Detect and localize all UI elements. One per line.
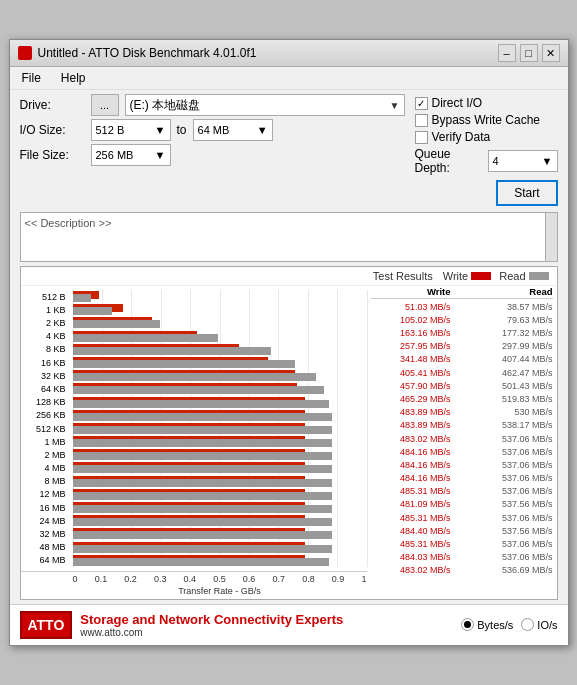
verify-data-checkbox[interactable]	[415, 131, 428, 144]
table-row: 483.89 MB/s530 MB/s	[371, 406, 553, 419]
table-row: 484.03 MB/s537.06 MB/s	[371, 551, 553, 564]
bar-read	[73, 413, 332, 421]
chart-bars	[73, 290, 367, 567]
chart-x-axis-label: Transfer Rate - GB/s	[21, 586, 367, 599]
data-read-value: 79.63 MB/s	[473, 315, 553, 325]
radio-bytes-circle[interactable]	[461, 618, 474, 631]
close-button[interactable]: ✕	[542, 44, 560, 62]
table-row: 405.41 MB/s462.47 MB/s	[371, 366, 553, 379]
data-write-value: 484.03 MB/s	[371, 552, 451, 562]
bar-read	[73, 479, 332, 487]
minimize-button[interactable]: –	[498, 44, 516, 62]
radio-ios[interactable]: IO/s	[521, 618, 557, 631]
read-legend-label: Read	[499, 270, 525, 282]
atto-logo: ATTO	[20, 611, 73, 639]
table-row: 484.40 MB/s537.56 MB/s	[371, 524, 553, 537]
data-read-value: 537.06 MB/s	[473, 539, 553, 549]
chart-row-label: 12 MB	[21, 488, 69, 501]
x-axis-tick: 0	[73, 574, 78, 584]
queue-depth-select[interactable]: 4 ▼	[488, 150, 558, 172]
chart-legend: Write Read	[443, 270, 549, 282]
write-legend-label: Write	[443, 270, 468, 282]
menu-help[interactable]: Help	[57, 69, 90, 87]
radio-bytes[interactable]: Bytes/s	[461, 618, 513, 631]
radio-ios-circle[interactable]	[521, 618, 534, 631]
chart-row-label: 512 KB	[21, 422, 69, 435]
test-results-label: Test Results	[373, 270, 433, 282]
bar-row	[73, 316, 367, 329]
footer-logo: ATTO Storage and Network Connectivity Ex…	[20, 611, 344, 639]
data-read-header: Read	[473, 286, 553, 297]
chart-row-label: 1 MB	[21, 435, 69, 448]
x-axis-tick: 0.4	[184, 574, 197, 584]
start-button[interactable]: Start	[496, 180, 557, 206]
verify-data-label: Verify Data	[432, 130, 491, 144]
data-read-value: 537.06 MB/s	[473, 486, 553, 496]
table-row: 105.02 MB/s79.63 MB/s	[371, 313, 553, 326]
bypass-write-cache-checkbox[interactable]	[415, 114, 428, 127]
menu-bar: File Help	[10, 67, 568, 90]
drive-select[interactable]: (E:) 本地磁盘 ▼	[125, 94, 405, 116]
chart-section: Test Results Write Read 512 B1 KB2 KB4 K…	[20, 266, 558, 600]
table-row: 483.02 MB/s536.69 MB/s	[371, 564, 553, 577]
data-write-header: Write	[371, 286, 451, 297]
menu-file[interactable]: File	[18, 69, 45, 87]
chart-row-label: 8 MB	[21, 475, 69, 488]
io-size-max-arrow: ▼	[257, 124, 268, 136]
description-scrollbar[interactable]	[545, 213, 557, 261]
data-write-value: 485.31 MB/s	[371, 513, 451, 523]
bar-read	[73, 465, 332, 473]
chart-row-label: 48 MB	[21, 541, 69, 554]
direct-io-checkbox[interactable]	[415, 97, 428, 110]
chart-bars-area: 512 B1 KB2 KB4 KB8 KB16 KB32 KB64 KB128 …	[21, 286, 367, 599]
x-axis-tick: 0.3	[154, 574, 167, 584]
data-read-value: 537.06 MB/s	[473, 552, 553, 562]
io-size-max-select[interactable]: 64 MB ▼	[193, 119, 273, 141]
description-area[interactable]: << Description >>	[20, 212, 558, 262]
data-read-value: 297.99 MB/s	[473, 341, 553, 351]
bar-read	[73, 545, 332, 553]
table-row: 51.03 MB/s38.57 MB/s	[371, 300, 553, 313]
window-title: Untitled - ATTO Disk Benchmark 4.01.0f1	[38, 46, 257, 60]
bar-row	[73, 330, 367, 343]
data-write-value: 483.89 MB/s	[371, 407, 451, 417]
data-read-value: 536.69 MB/s	[473, 565, 553, 575]
drive-row: Drive: ... (E:) 本地磁盘 ▼	[20, 94, 405, 116]
io-size-min-select[interactable]: 512 B ▼	[91, 119, 171, 141]
chart-row-label: 8 KB	[21, 343, 69, 356]
io-size-min-arrow: ▼	[155, 124, 166, 136]
table-row: 465.29 MB/s519.83 MB/s	[371, 392, 553, 405]
chart-row-label: 256 KB	[21, 409, 69, 422]
data-write-value: 484.16 MB/s	[371, 460, 451, 470]
chart-row-label: 4 MB	[21, 461, 69, 474]
io-size-min-value: 512 B	[96, 124, 125, 136]
table-row: 485.31 MB/s537.06 MB/s	[371, 485, 553, 498]
file-size-value: 256 MB	[96, 149, 134, 161]
bar-read	[73, 307, 113, 315]
data-read-value: 537.06 MB/s	[473, 434, 553, 444]
chart-row-label: 512 B	[21, 290, 69, 303]
chart-row-label: 128 KB	[21, 396, 69, 409]
read-legend: Read	[499, 270, 548, 282]
data-read-value: 38.57 MB/s	[473, 302, 553, 312]
file-size-select[interactable]: 256 MB ▼	[91, 144, 171, 166]
maximize-button[interactable]: □	[520, 44, 538, 62]
bar-read	[73, 347, 271, 355]
chart-row-label: 64 KB	[21, 382, 69, 395]
bar-row	[73, 343, 367, 356]
footer-sub-text: www.atto.com	[80, 627, 343, 638]
bar-read	[73, 400, 330, 408]
data-read-value: 177.32 MB/s	[473, 328, 553, 338]
bar-read	[73, 439, 332, 447]
x-axis-tick: 0.6	[243, 574, 256, 584]
drive-value: (E:) 本地磁盘	[130, 97, 201, 114]
footer: ATTO Storage and Network Connectivity Ex…	[10, 604, 568, 645]
data-read-value: 538.17 MB/s	[473, 420, 553, 430]
chart-row-label: 16 MB	[21, 501, 69, 514]
data-write-value: 483.89 MB/s	[371, 420, 451, 430]
data-write-value: 483.02 MB/s	[371, 434, 451, 444]
bar-read	[73, 320, 160, 328]
browse-button[interactable]: ...	[91, 94, 119, 116]
bar-row	[73, 396, 367, 409]
table-row: 485.31 MB/s537.06 MB/s	[371, 511, 553, 524]
